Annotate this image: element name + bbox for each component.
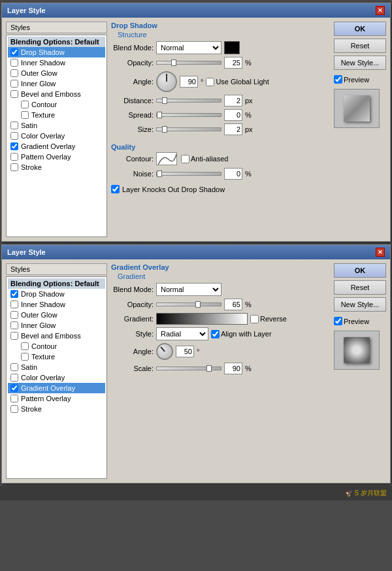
blend-mode-select-1[interactable]: Normal Multiply Screen (156, 41, 221, 54)
style-contour-2[interactable]: Contour (8, 341, 105, 351)
style-checkbox-contour-2[interactable] (21, 342, 29, 350)
style-inner-glow-1[interactable]: Inner Glow (8, 78, 105, 89)
style-checkbox-texture-1[interactable] (21, 111, 29, 119)
opacity-slider-1[interactable] (156, 61, 221, 65)
angle-dial-2[interactable] (156, 343, 173, 360)
angle-input-1[interactable] (180, 76, 198, 88)
contour-preview-1[interactable] (156, 152, 177, 165)
blending-options-1[interactable]: Blending Options: Default (8, 37, 105, 47)
style-checkbox-gradient-overlay-1[interactable] (10, 142, 18, 150)
style-bevel-emboss-1[interactable]: Bevel and Emboss (8, 89, 105, 99)
style-checkbox-bevel-2[interactable] (10, 332, 18, 340)
preview-checkbox-1[interactable] (334, 75, 342, 84)
distance-slider-1[interactable] (156, 99, 221, 103)
layer-knocks-checkbox-1[interactable] (111, 185, 120, 193)
distance-unit-1: px (245, 97, 255, 105)
style-checkbox-inner-glow-1[interactable] (10, 80, 18, 88)
style-color-overlay-1[interactable]: Color Overlay (8, 131, 105, 141)
spread-input-1[interactable] (224, 109, 242, 121)
scale-input-2[interactable] (224, 363, 242, 374)
style-checkbox-satin-2[interactable] (10, 363, 18, 371)
style-satin-1[interactable]: Satin (8, 120, 105, 131)
style-checkbox-color-overlay-1[interactable] (10, 132, 18, 140)
opacity-slider-2[interactable] (156, 302, 221, 306)
scale-slider-2[interactable] (156, 367, 221, 370)
size-input-1[interactable] (224, 123, 242, 135)
style-checkbox-inner-shadow-1[interactable] (10, 59, 18, 67)
blending-options-2[interactable]: Blending Options: Default (8, 278, 105, 289)
style-bevel-emboss-2[interactable]: Bevel and Emboss (8, 331, 105, 341)
style-checkbox-satin-1[interactable] (10, 122, 18, 129)
style-checkbox-color-overlay-2[interactable] (10, 374, 18, 382)
preview-label-1: Preview (344, 76, 369, 84)
style-inner-glow-2[interactable]: Inner Glow (8, 320, 105, 331)
opacity-slider-thumb-1 (171, 59, 176, 66)
gradient-bar-2[interactable] (156, 313, 248, 325)
close-button-2[interactable]: ✕ (376, 248, 385, 257)
angle-dial-1[interactable] (156, 71, 177, 92)
spread-slider-1[interactable] (156, 113, 221, 117)
style-stroke-2[interactable]: Stroke (8, 404, 105, 414)
color-swatch-1[interactable] (224, 41, 240, 54)
reset-button-2[interactable]: Reset (334, 280, 386, 295)
opacity-input-1[interactable] (224, 57, 242, 69)
style-checkbox-stroke-2[interactable] (10, 405, 18, 413)
style-gradient-overlay-1[interactable]: Gradient Overlay (8, 141, 105, 152)
reverse-checkbox-2[interactable] (250, 315, 259, 323)
style-contour-1[interactable]: Contour (8, 99, 105, 110)
style-drop-shadow-1[interactable]: Drop Shadow (8, 47, 105, 57)
style-texture-1[interactable]: Texture (8, 110, 105, 120)
anti-aliased-checkbox-1[interactable] (181, 155, 189, 163)
style-checkbox-outer-glow-2[interactable] (10, 311, 18, 319)
contour-label-1: Contour: (111, 155, 154, 163)
style-checkbox-drop-shadow-2[interactable] (10, 290, 18, 298)
dialog-title-2: Layer Style (7, 248, 46, 256)
style-outer-glow-2[interactable]: Outer Glow (8, 310, 105, 320)
style-drop-shadow-2[interactable]: Drop Shadow (8, 289, 105, 299)
size-slider-1[interactable] (156, 127, 221, 131)
style-stroke-1[interactable]: Stroke (8, 162, 105, 172)
style-checkbox-outer-glow-1[interactable] (10, 69, 18, 77)
style-satin-2[interactable]: Satin (8, 362, 105, 372)
style-checkbox-pattern-overlay-1[interactable] (10, 153, 18, 161)
noise-slider-1[interactable] (156, 172, 221, 176)
align-layer-checkbox-2[interactable] (211, 330, 220, 338)
new-style-button-1[interactable]: New Style... (334, 56, 386, 70)
close-button-1[interactable]: ✕ (376, 6, 385, 15)
new-style-button-2[interactable]: New Style... (334, 297, 386, 312)
style-checkbox-gradient-overlay-2[interactable] (10, 384, 18, 392)
opacity-unit-1: % (245, 59, 255, 67)
reset-button-1[interactable]: Reset (334, 39, 386, 53)
ok-button-2[interactable]: OK (334, 263, 386, 278)
style-texture-2[interactable]: Texture (8, 351, 105, 362)
ok-button-1[interactable]: OK (334, 22, 386, 36)
style-checkbox-stroke-1[interactable] (10, 163, 18, 171)
style-inner-shadow-1[interactable]: Inner Shadow (8, 57, 105, 68)
style-pattern-overlay-2[interactable]: Pattern Overlay (8, 393, 105, 404)
spread-slider-container-1: % (156, 109, 255, 121)
style-checkbox-bevel-1[interactable] (10, 90, 18, 98)
distance-input-1[interactable] (224, 95, 242, 106)
gradient-label-2: Gradient: (111, 315, 154, 323)
preview-label-2: Preview (344, 318, 369, 325)
style-pattern-overlay-1[interactable]: Pattern Overlay (8, 152, 105, 162)
noise-input-1[interactable] (224, 168, 242, 180)
use-global-light-checkbox-1[interactable] (206, 78, 214, 86)
opacity-row-2: Opacity: % (111, 299, 330, 310)
style-checkbox-texture-2[interactable] (21, 353, 29, 361)
angle-input-2[interactable] (176, 346, 194, 357)
style-checkbox-inner-shadow-2[interactable] (10, 301, 18, 308)
style-checkbox-pattern-overlay-2[interactable] (10, 395, 18, 402)
style-select-2[interactable]: Radial Linear Angle (156, 327, 208, 340)
style-checkbox-inner-glow-2[interactable] (10, 321, 18, 329)
style-inner-shadow-2[interactable]: Inner Shadow (8, 299, 105, 310)
preview-checkbox-2[interactable] (334, 317, 342, 325)
dialog-body-1: Styles Blending Options: Default Drop Sh… (2, 18, 390, 241)
style-outer-glow-1[interactable]: Outer Glow (8, 68, 105, 78)
blend-mode-select-2[interactable]: Normal Multiply Screen (156, 283, 221, 296)
opacity-input-2[interactable] (224, 299, 242, 310)
style-color-overlay-2[interactable]: Color Overlay (8, 372, 105, 383)
style-checkbox-contour-1[interactable] (21, 101, 29, 108)
style-gradient-overlay-2[interactable]: Gradient Overlay (8, 383, 105, 393)
style-checkbox-drop-shadow-1[interactable] (10, 48, 18, 56)
